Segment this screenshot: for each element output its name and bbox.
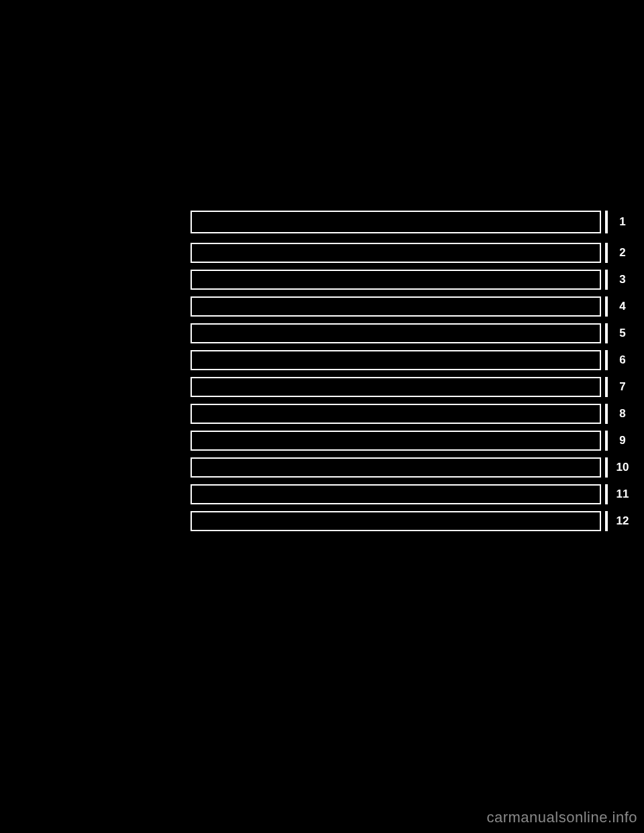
toc-label-cell bbox=[191, 377, 601, 397]
toc-number: 5 bbox=[605, 323, 637, 343]
toc-label-cell bbox=[191, 243, 601, 263]
toc-label-cell bbox=[191, 484, 601, 504]
toc-row[interactable]: 5 bbox=[191, 323, 637, 343]
toc-row[interactable]: 9 bbox=[191, 431, 637, 451]
toc-number-wrap: 1 bbox=[605, 211, 637, 233]
toc-number: 9 bbox=[605, 431, 637, 451]
toc-row[interactable]: 11 bbox=[191, 484, 637, 504]
toc-number-wrap: 9 bbox=[605, 431, 637, 451]
toc-number-wrap: 10 bbox=[605, 457, 637, 478]
toc-row[interactable]: 1 bbox=[191, 211, 637, 233]
toc-number-wrap: 2 bbox=[605, 243, 637, 263]
toc-number: 3 bbox=[605, 270, 637, 290]
toc-row[interactable]: 7 bbox=[191, 377, 637, 397]
toc-number-wrap: 4 bbox=[605, 296, 637, 317]
toc-row[interactable]: 6 bbox=[191, 350, 637, 370]
toc-label-cell bbox=[191, 323, 601, 343]
toc-row[interactable]: 10 bbox=[191, 457, 637, 478]
toc-row[interactable]: 2 bbox=[191, 243, 637, 263]
toc-label-cell bbox=[191, 457, 601, 478]
toc-number: 4 bbox=[605, 296, 637, 317]
toc-table: 1 2 3 4 5 6 bbox=[191, 211, 637, 538]
toc-label-cell bbox=[191, 296, 601, 317]
toc-label-cell bbox=[191, 431, 601, 451]
toc-number-wrap: 6 bbox=[605, 350, 637, 370]
toc-number-wrap: 8 bbox=[605, 404, 637, 424]
toc-label-cell bbox=[191, 511, 601, 531]
toc-number: 12 bbox=[605, 511, 637, 531]
toc-number-wrap: 3 bbox=[605, 270, 637, 290]
toc-number-wrap: 12 bbox=[605, 511, 637, 531]
toc-row[interactable]: 4 bbox=[191, 296, 637, 317]
toc-number: 7 bbox=[605, 377, 637, 397]
toc-number-wrap: 7 bbox=[605, 377, 637, 397]
watermark: carmanualsonline.info bbox=[486, 809, 637, 826]
toc-number-wrap: 5 bbox=[605, 323, 637, 343]
toc-number-wrap: 11 bbox=[605, 484, 637, 504]
toc-label-cell bbox=[191, 404, 601, 424]
toc-number: 6 bbox=[605, 350, 637, 370]
toc-label-cell bbox=[191, 350, 601, 370]
toc-number: 1 bbox=[605, 211, 637, 233]
toc-row[interactable]: 12 bbox=[191, 511, 637, 531]
toc-row[interactable]: 8 bbox=[191, 404, 637, 424]
toc-number: 8 bbox=[605, 404, 637, 424]
toc-number: 2 bbox=[605, 243, 637, 263]
toc-label-cell bbox=[191, 270, 601, 290]
toc-number: 11 bbox=[605, 484, 637, 504]
toc-row[interactable]: 3 bbox=[191, 270, 637, 290]
toc-number: 10 bbox=[605, 457, 637, 478]
toc-label-cell bbox=[191, 211, 601, 233]
